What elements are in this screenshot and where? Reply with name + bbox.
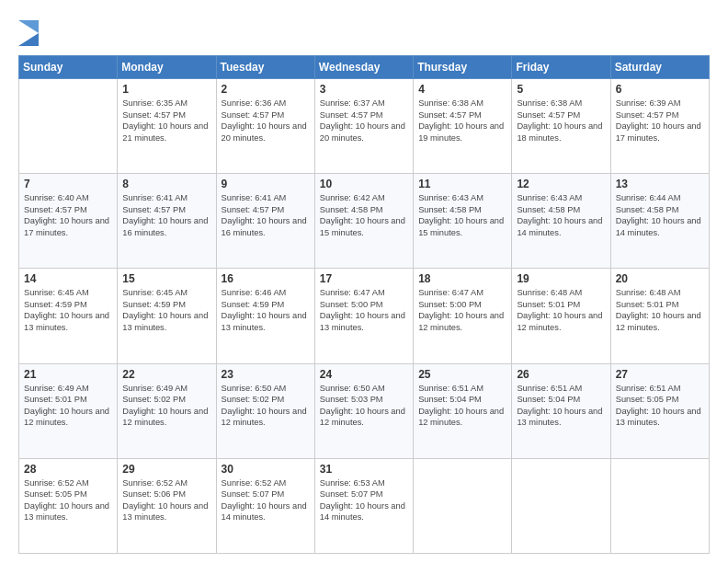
cell-content: Sunrise: 6:42 AM Sunset: 4:58 PM Dayligh… [320, 192, 408, 238]
calendar-cell: 14Sunrise: 6:45 AM Sunset: 4:59 PM Dayli… [19, 269, 118, 363]
calendar-cell: 26Sunrise: 6:51 AM Sunset: 5:04 PM Dayli… [512, 363, 610, 458]
cell-content: Sunrise: 6:48 AM Sunset: 5:01 PM Dayligh… [517, 287, 605, 333]
calendar-cell [512, 458, 610, 553]
cell-content: Sunrise: 6:47 AM Sunset: 5:00 PM Dayligh… [320, 287, 408, 333]
calendar-cell: 11Sunrise: 6:43 AM Sunset: 4:58 PM Dayli… [414, 174, 512, 269]
svg-marker-0 [18, 33, 39, 46]
cell-content: Sunrise: 6:44 AM Sunset: 4:58 PM Dayligh… [616, 192, 704, 238]
calendar-cell [414, 458, 512, 553]
day-number: 11 [418, 178, 506, 190]
logo [18, 20, 42, 46]
calendar-cell: 10Sunrise: 6:42 AM Sunset: 4:58 PM Dayli… [314, 174, 413, 269]
cell-content: Sunrise: 6:37 AM Sunset: 4:57 PM Dayligh… [320, 98, 408, 144]
cell-content: Sunrise: 6:40 AM Sunset: 4:57 PM Dayligh… [24, 192, 112, 238]
calendar-cell: 16Sunrise: 6:46 AM Sunset: 4:59 PM Dayli… [216, 269, 314, 363]
calendar-cell: 30Sunrise: 6:52 AM Sunset: 5:07 PM Dayli… [216, 458, 314, 553]
calendar-week-row: 1Sunrise: 6:35 AM Sunset: 4:57 PM Daylig… [19, 79, 710, 174]
day-number: 14 [24, 272, 112, 285]
calendar-day-header: Saturday [610, 56, 709, 79]
cell-content: Sunrise: 6:35 AM Sunset: 4:57 PM Dayligh… [122, 98, 210, 144]
day-number: 4 [418, 83, 506, 96]
day-number: 16 [222, 272, 310, 285]
calendar-cell: 17Sunrise: 6:47 AM Sunset: 5:00 PM Dayli… [314, 269, 413, 363]
day-number: 8 [122, 178, 210, 190]
day-number: 26 [517, 368, 605, 381]
calendar-cell: 2Sunrise: 6:36 AM Sunset: 4:57 PM Daylig… [216, 79, 314, 174]
calendar-cell: 29Sunrise: 6:52 AM Sunset: 5:06 PM Dayli… [118, 458, 216, 553]
cell-content: Sunrise: 6:41 AM Sunset: 4:57 PM Dayligh… [122, 192, 210, 238]
cell-content: Sunrise: 6:51 AM Sunset: 5:04 PM Dayligh… [418, 383, 506, 429]
calendar-cell: 8Sunrise: 6:41 AM Sunset: 4:57 PM Daylig… [118, 174, 216, 269]
page: SundayMondayTuesdayWednesdayThursdayFrid… [0, 0, 728, 563]
day-number: 13 [616, 178, 704, 190]
cell-content: Sunrise: 6:49 AM Sunset: 5:02 PM Dayligh… [122, 383, 210, 429]
calendar-cell: 13Sunrise: 6:44 AM Sunset: 4:58 PM Dayli… [610, 174, 709, 269]
day-number: 7 [24, 178, 112, 190]
calendar-cell: 15Sunrise: 6:45 AM Sunset: 4:59 PM Dayli… [118, 269, 216, 363]
calendar-cell: 20Sunrise: 6:48 AM Sunset: 5:01 PM Dayli… [610, 269, 709, 363]
day-number: 1 [122, 83, 210, 96]
day-number: 10 [320, 178, 408, 190]
calendar-cell: 7Sunrise: 6:40 AM Sunset: 4:57 PM Daylig… [19, 174, 118, 269]
calendar-cell [19, 79, 118, 174]
calendar-week-row: 7Sunrise: 6:40 AM Sunset: 4:57 PM Daylig… [19, 174, 710, 269]
header [18, 17, 710, 46]
day-number: 29 [122, 463, 210, 476]
cell-content: Sunrise: 6:52 AM Sunset: 5:06 PM Dayligh… [122, 477, 210, 523]
calendar-day-header: Tuesday [216, 56, 314, 79]
calendar-day-header: Friday [512, 56, 610, 79]
day-number: 5 [517, 83, 605, 96]
calendar-cell: 18Sunrise: 6:47 AM Sunset: 5:00 PM Dayli… [414, 269, 512, 363]
calendar-cell [610, 458, 709, 553]
calendar-cell: 23Sunrise: 6:50 AM Sunset: 5:02 PM Dayli… [216, 363, 314, 458]
cell-content: Sunrise: 6:51 AM Sunset: 5:04 PM Dayligh… [517, 383, 605, 429]
calendar-cell: 9Sunrise: 6:41 AM Sunset: 4:57 PM Daylig… [216, 174, 314, 269]
calendar-header-row: SundayMondayTuesdayWednesdayThursdayFrid… [19, 56, 710, 79]
cell-content: Sunrise: 6:43 AM Sunset: 4:58 PM Dayligh… [418, 192, 506, 238]
day-number: 28 [24, 463, 112, 476]
calendar-day-header: Wednesday [314, 56, 413, 79]
cell-content: Sunrise: 6:46 AM Sunset: 4:59 PM Dayligh… [222, 287, 310, 333]
calendar-cell: 22Sunrise: 6:49 AM Sunset: 5:02 PM Dayli… [118, 363, 216, 458]
day-number: 6 [616, 83, 704, 96]
calendar-cell: 19Sunrise: 6:48 AM Sunset: 5:01 PM Dayli… [512, 269, 610, 363]
day-number: 27 [616, 368, 704, 381]
day-number: 24 [320, 368, 408, 381]
calendar-week-row: 14Sunrise: 6:45 AM Sunset: 4:59 PM Dayli… [19, 269, 710, 363]
cell-content: Sunrise: 6:53 AM Sunset: 5:07 PM Dayligh… [320, 477, 408, 523]
calendar-cell: 21Sunrise: 6:49 AM Sunset: 5:01 PM Dayli… [19, 363, 118, 458]
day-number: 31 [320, 463, 408, 476]
calendar-cell: 25Sunrise: 6:51 AM Sunset: 5:04 PM Dayli… [414, 363, 512, 458]
cell-content: Sunrise: 6:49 AM Sunset: 5:01 PM Dayligh… [24, 383, 112, 429]
calendar-cell: 3Sunrise: 6:37 AM Sunset: 4:57 PM Daylig… [314, 79, 413, 174]
day-number: 22 [122, 368, 210, 381]
calendar-cell: 12Sunrise: 6:43 AM Sunset: 4:58 PM Dayli… [512, 174, 610, 269]
calendar-day-header: Sunday [19, 56, 118, 79]
calendar-cell: 5Sunrise: 6:38 AM Sunset: 4:57 PM Daylig… [512, 79, 610, 174]
day-number: 25 [418, 368, 506, 381]
cell-content: Sunrise: 6:43 AM Sunset: 4:58 PM Dayligh… [517, 192, 605, 238]
day-number: 21 [24, 368, 112, 381]
day-number: 3 [320, 83, 408, 96]
calendar-cell: 1Sunrise: 6:35 AM Sunset: 4:57 PM Daylig… [118, 79, 216, 174]
calendar-cell: 6Sunrise: 6:39 AM Sunset: 4:57 PM Daylig… [610, 79, 709, 174]
cell-content: Sunrise: 6:36 AM Sunset: 4:57 PM Dayligh… [222, 98, 310, 144]
cell-content: Sunrise: 6:50 AM Sunset: 5:03 PM Dayligh… [320, 383, 408, 429]
calendar-day-header: Monday [118, 56, 216, 79]
calendar-cell: 4Sunrise: 6:38 AM Sunset: 4:57 PM Daylig… [414, 79, 512, 174]
calendar-cell: 28Sunrise: 6:52 AM Sunset: 5:05 PM Dayli… [19, 458, 118, 553]
day-number: 2 [222, 83, 310, 96]
day-number: 12 [517, 178, 605, 190]
day-number: 30 [222, 463, 310, 476]
calendar-cell: 24Sunrise: 6:50 AM Sunset: 5:03 PM Dayli… [314, 363, 413, 458]
calendar-day-header: Thursday [414, 56, 512, 79]
day-number: 23 [222, 368, 310, 381]
cell-content: Sunrise: 6:39 AM Sunset: 4:57 PM Dayligh… [616, 98, 704, 144]
calendar-week-row: 28Sunrise: 6:52 AM Sunset: 5:05 PM Dayli… [19, 458, 710, 553]
calendar-week-row: 21Sunrise: 6:49 AM Sunset: 5:01 PM Dayli… [19, 363, 710, 458]
day-number: 18 [418, 272, 506, 285]
day-number: 20 [616, 272, 704, 285]
calendar-cell: 27Sunrise: 6:51 AM Sunset: 5:05 PM Dayli… [610, 363, 709, 458]
calendar-table: SundayMondayTuesdayWednesdayThursdayFrid… [18, 55, 710, 554]
cell-content: Sunrise: 6:47 AM Sunset: 5:00 PM Dayligh… [418, 287, 506, 333]
